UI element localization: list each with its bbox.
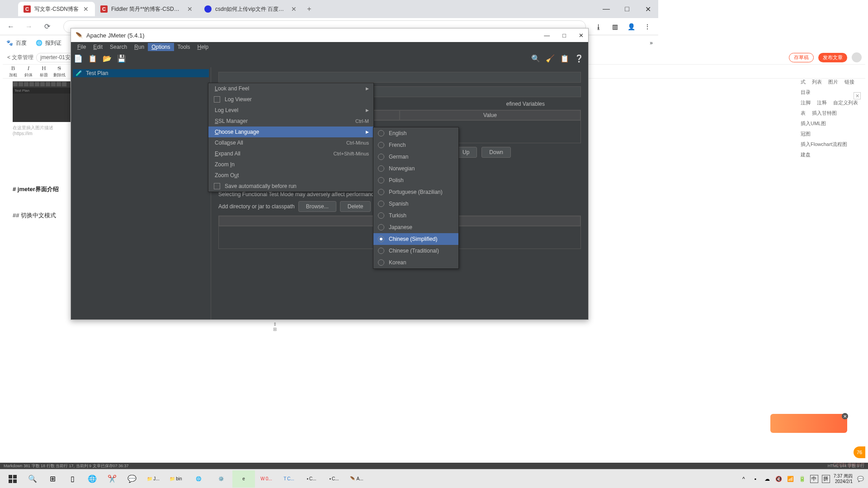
- nav-reload-icon[interactable]: ⟳: [42, 21, 52, 32]
- dd-ssl-manager[interactable]: SSL ManagerCtrl-M: [208, 116, 373, 127]
- editor-text[interactable]: # jmeter界面介绍 ## 切换中文模式: [13, 182, 59, 223]
- download-icon[interactable]: ⭳: [593, 21, 604, 32]
- menu-help[interactable]: Help: [194, 43, 212, 51]
- baidu-paw-icon: 🐾: [6, 40, 13, 46]
- jmeter-feather-icon: 🪶: [75, 32, 83, 39]
- heading-2: ## 切换中文模式: [13, 211, 59, 220]
- jmeter-window: 🪶 Apache JMeter (5.4.1) — □ ✕ File Edit …: [71, 28, 589, 320]
- menu-run[interactable]: Run: [131, 43, 148, 51]
- tb-function-icon[interactable]: 📋: [560, 54, 571, 65]
- menu-file[interactable]: File: [74, 43, 90, 51]
- fmt-heading-button[interactable]: H标题: [37, 65, 51, 78]
- lang-spanish[interactable]: Spanish: [373, 198, 458, 210]
- nav-forward-icon[interactable]: →: [24, 21, 34, 32]
- mini-tree-label: Test Plan: [13, 88, 72, 94]
- tb-clear-icon[interactable]: 🧹: [546, 54, 557, 65]
- delete-classpath-button[interactable]: Delete: [340, 201, 371, 212]
- lang-chinese-simplified[interactable]: Chinese (Simplified): [373, 233, 458, 245]
- dd-choose-language[interactable]: Choose Language▶: [208, 127, 373, 137]
- jm-maximize-icon[interactable]: □: [562, 32, 566, 39]
- nav-back-icon[interactable]: ←: [5, 21, 16, 32]
- tb-save-icon[interactable]: 💾: [117, 54, 128, 65]
- tab-close-icon[interactable]: ✕: [186, 5, 193, 13]
- flask-icon: 🧪: [75, 70, 82, 76]
- dd-zoom-out[interactable]: Zoom Out: [208, 170, 373, 181]
- tb-templates-icon[interactable]: 📋: [88, 54, 99, 65]
- lang-turkish[interactable]: Turkish: [373, 210, 458, 221]
- tb-search-icon[interactable]: 🔍: [531, 54, 542, 65]
- dd-log-level[interactable]: Log Level▶: [208, 105, 373, 116]
- window-minimize-icon[interactable]: —: [596, 2, 617, 16]
- browser-tab-2[interactable]: C Fiddler 简丹**的博客-CSDN博 ✕: [95, 2, 199, 16]
- browser-tab-3[interactable]: csdn如何上传vip文件 百度搜索 ✕: [199, 2, 303, 16]
- heading-1: # jmeter界面介绍: [13, 185, 59, 193]
- lang-korean[interactable]: Korean: [373, 257, 458, 268]
- lang-polish[interactable]: Polish: [373, 174, 458, 186]
- bookmark-baidu[interactable]: 🐾百度: [6, 39, 27, 47]
- menu-search[interactable]: Search: [106, 43, 131, 51]
- lang-french[interactable]: French: [373, 139, 458, 151]
- menu-tools[interactable]: Tools: [174, 43, 194, 51]
- browser-tab-1[interactable]: C 写文章-CSDN博客 ✕: [18, 2, 95, 16]
- browse-button[interactable]: Browse...: [298, 201, 336, 212]
- lang-chinese-traditional[interactable]: Chinese (Traditional): [373, 245, 458, 257]
- jmeter-tree[interactable]: 🧪 Test Plan: [71, 67, 211, 319]
- favicon-baidu-icon: [204, 5, 212, 13]
- globe-icon: 🌐: [36, 40, 42, 46]
- window-maximize-icon[interactable]: □: [617, 2, 637, 16]
- language-submenu: English French German Norwegian Polish P…: [373, 127, 459, 269]
- tb-open-icon[interactable]: 📂: [103, 54, 113, 65]
- bookmark-news[interactable]: 🌐报到证: [36, 39, 61, 47]
- col-value: Value: [400, 110, 580, 120]
- lang-english[interactable]: English: [373, 127, 458, 139]
- new-tab-button[interactable]: +: [303, 3, 316, 15]
- dd-zoom-in[interactable]: Zoom In: [208, 159, 373, 170]
- jm-close-icon[interactable]: ✕: [579, 32, 584, 39]
- dd-expand-all[interactable]: Expand AllCtrl+Shift-Minus: [208, 148, 373, 159]
- jm-minimize-icon[interactable]: —: [544, 32, 550, 39]
- tab-title: csdn如何上传vip文件 百度搜索: [215, 5, 287, 13]
- bookmark-overflow-icon[interactable]: »: [650, 40, 653, 46]
- jmeter-titlebar[interactable]: 🪶 Apache JMeter (5.4.1) — □ ✕: [71, 28, 588, 42]
- tree-item-testplan[interactable]: 🧪 Test Plan: [73, 69, 209, 77]
- window-close-icon[interactable]: ✕: [637, 2, 658, 16]
- favicon-csdn-icon: C: [100, 5, 108, 13]
- dd-save-auto[interactable]: Save automatically before run: [208, 181, 373, 192]
- favicon-csdn-icon: C: [24, 5, 31, 13]
- window-controls: — □ ✕: [596, 2, 658, 16]
- browser-menu-icon[interactable]: ⋮: [642, 21, 653, 32]
- classpath-label: Add directory or jar to classpath: [218, 203, 295, 210]
- menu-options[interactable]: Options: [148, 43, 174, 51]
- tb-new-icon[interactable]: 📄: [74, 54, 85, 65]
- browser-tab-strip: C 写文章-CSDN博客 ✕ C Fiddler 简丹**的博客-CSDN博 ✕…: [0, 0, 658, 18]
- dd-log-viewer[interactable]: Log Viewer: [208, 94, 373, 105]
- options-dropdown: Look and Feel▶ Log Viewer Log Level▶ SSL…: [208, 83, 374, 192]
- window-title: Apache JMeter (5.4.1): [86, 32, 145, 39]
- down-button[interactable]: Down: [481, 147, 511, 158]
- extensions-icon[interactable]: ▥: [609, 21, 620, 32]
- tab-close-icon[interactable]: ✕: [82, 5, 90, 13]
- menu-edit[interactable]: Edit: [90, 43, 106, 51]
- profile-icon[interactable]: 👤: [626, 21, 637, 32]
- fmt-strike-button[interactable]: S删除线: [52, 65, 66, 78]
- tab-title: 写文章-CSDN博客: [34, 5, 79, 13]
- lang-portuguese[interactable]: Portuguese (Brazilian): [373, 186, 458, 198]
- lang-japanese[interactable]: Japanese: [373, 221, 458, 233]
- breadcrumb-back[interactable]: < 文章管理: [7, 54, 33, 61]
- tb-help-icon[interactable]: ❔: [575, 54, 585, 65]
- jmeter-menubar: File Edit Search Run Options Tools Help: [71, 42, 588, 52]
- lang-german[interactable]: German: [373, 151, 458, 163]
- mini-preview: Test Plan 在这里插入图片描述(https://im: [13, 81, 72, 136]
- fmt-bold-button[interactable]: B加粗: [6, 65, 20, 78]
- dd-collapse-all[interactable]: Collapse AllCtrl-Minus: [208, 137, 373, 148]
- fmt-italic-button[interactable]: I斜体: [22, 65, 35, 78]
- dd-look-and-feel[interactable]: Look and Feel▶: [208, 83, 373, 94]
- image-placeholder-text: 在这里插入图片描述(https://im: [13, 125, 72, 136]
- expand-collapse-icon[interactable]: ⇕⊞: [273, 322, 277, 332]
- lang-norwegian[interactable]: Norwegian: [373, 163, 458, 174]
- tab-close-icon[interactable]: ✕: [290, 5, 297, 13]
- jmeter-toolbar: 📄 📋 📂 💾 🔍 🧹 📋 ❔: [71, 52, 588, 67]
- name-input[interactable]: [218, 72, 581, 83]
- tab-title: Fiddler 简丹**的博客-CSDN博: [111, 5, 183, 13]
